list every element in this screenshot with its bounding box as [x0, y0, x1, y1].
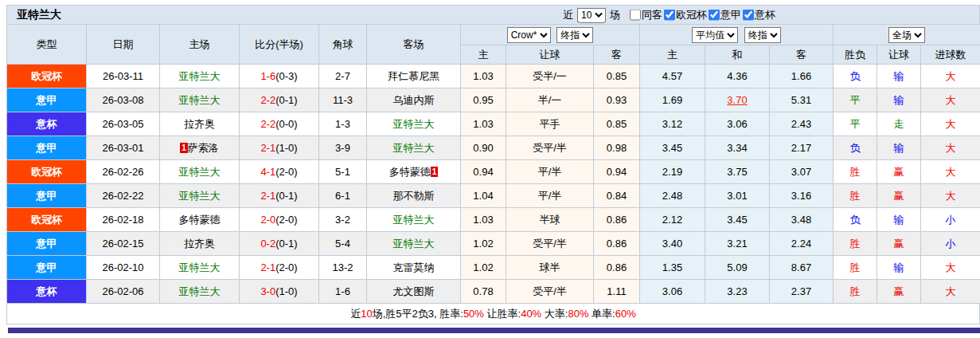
asia-away-odds-cell: 0.94	[594, 160, 640, 184]
result-goals-cell: 大	[921, 184, 980, 208]
asia-home-odds-cell: 1.03	[461, 112, 506, 136]
col-result-goals: 进球数	[921, 45, 980, 65]
team-name: 亚特兰大	[179, 190, 221, 202]
odds-value: 8.67	[791, 261, 811, 273]
filter-欧冠杯[interactable]: 欧冠杯	[664, 8, 707, 22]
euro-home-odds-cell: 3.06	[640, 280, 705, 304]
odds-value: 3.48	[791, 214, 811, 226]
filter-checkbox-意杯[interactable]	[743, 10, 754, 21]
score-cell: 0-2(0-1)	[240, 232, 319, 256]
summary-footer: 近10场,胜5平2负3, 胜率:50% 让胜率:40% 大率:80% 单率:60…	[6, 304, 980, 324]
euro-draw-odds-cell: 3.21	[705, 232, 770, 256]
score-cell: 2-2(0-0)	[240, 112, 319, 136]
asia-handicap-cell: 受半/一	[506, 65, 594, 88]
card-badge: 1	[180, 143, 188, 153]
team-name: 尤文图斯	[393, 285, 435, 297]
fulltime-score: 2-2	[260, 118, 275, 130]
asia-odds-source-select[interactable]: Crow*	[507, 27, 551, 43]
result-value: 大	[946, 261, 956, 273]
match-row: 意杯26-02-06亚特兰大3-0(1-0)1-6尤文图斯0.78受平/半1.1…	[7, 280, 980, 304]
result-value: 大	[946, 190, 956, 202]
odds-value: 2.19	[662, 166, 682, 178]
result-value: 走	[894, 118, 904, 130]
team-name: 亚特兰大	[393, 214, 435, 226]
away-team-cell: 多特蒙德1	[367, 160, 461, 184]
odds-value: 3.45	[662, 142, 682, 154]
team-name: 亚特兰大	[179, 166, 221, 178]
halftime-score: (0-0)	[275, 118, 297, 130]
recent-count-select[interactable]: 10	[577, 7, 606, 22]
odds-value: 1.66	[791, 70, 811, 82]
euro-away-odds-cell: 5.31	[770, 88, 834, 112]
team-name: 多特蒙德	[179, 214, 221, 226]
filter-label: 同客	[642, 8, 662, 22]
euro-home-odds-cell: 3.40	[640, 232, 705, 256]
fulltime-score: 1-6	[260, 70, 275, 82]
result-wdl-cell: 胜	[834, 160, 877, 184]
result-value: 小	[946, 214, 956, 226]
fulltime-score: 2-1	[260, 261, 275, 273]
asia-home-odds-cell: 0.94	[461, 160, 506, 184]
score-cell: 4-1(2-0)	[240, 160, 319, 184]
result-goals-cell: 大	[921, 160, 980, 184]
result-wdl-cell: 胜	[834, 280, 877, 304]
page: 亚特兰大 近 10 场 同客欧冠杯意甲意杯 类型 日期 主场 比分(半场) 角	[0, 0, 980, 338]
filter-checkbox-欧冠杯[interactable]	[664, 10, 675, 21]
euro-home-odds-cell: 1.69	[640, 88, 705, 112]
result-wdl-cell: 负	[834, 208, 877, 232]
euro-away-odds-cell: 3.16	[770, 184, 834, 208]
euro-away-odds-cell: 2.24	[770, 232, 834, 256]
away-team-cell: 亚特兰大	[367, 136, 461, 160]
team-header-bar: 亚特兰大 近 10 场 同客欧冠杯意甲意杯	[6, 5, 980, 24]
europe-odds-source-select[interactable]: 平均值	[692, 27, 738, 43]
filter-label: 意甲	[720, 8, 741, 22]
europe-odds-stage-select[interactable]: 终指	[744, 27, 781, 43]
filter-意杯[interactable]: 意杯	[743, 8, 775, 22]
filter-checkbox-同客[interactable]	[630, 10, 641, 21]
odds-value: 4.36	[727, 70, 747, 82]
league-filter-checkboxes: 同客欧冠杯意甲意杯	[630, 8, 777, 22]
euro-home-odds-cell: 2.12	[640, 208, 705, 232]
corner-cell: 3-2	[319, 208, 367, 232]
away-team-cell: 亚特兰大	[367, 232, 461, 256]
score-cell: 2-2(0-1)	[240, 88, 319, 112]
score-cell: 3-0(1-0)	[240, 280, 319, 304]
odds-value: 3.06	[662, 285, 682, 297]
result-scope-select[interactable]: 全场	[888, 27, 925, 43]
odds-value: 1.69	[662, 94, 682, 106]
result-value: 负	[850, 142, 861, 154]
euro-draw-odds-cell: 3.01	[705, 184, 770, 208]
team-name: 亚特兰大	[393, 142, 435, 154]
euro-home-odds-cell: 3.45	[640, 136, 705, 160]
filter-意甲[interactable]: 意甲	[709, 8, 741, 22]
col-away: 客场	[367, 25, 461, 65]
asia-away-odds-cell: 0.93	[594, 88, 640, 112]
summary-segment: 40%	[521, 308, 541, 320]
halftime-score: (0-1)	[275, 190, 297, 202]
filter-同客[interactable]: 同客	[630, 8, 662, 22]
euro-away-odds-cell: 3.48	[770, 208, 834, 232]
asia-odds-stage-select[interactable]: 终指	[556, 27, 593, 43]
match-row: 意杯26-03-05拉齐奥2-2(0-0)1-3亚特兰大1.03平手0.853.…	[7, 112, 980, 136]
col-asia-home: 主	[461, 45, 506, 65]
odds-value: 3.01	[727, 190, 747, 202]
result-value: 赢	[894, 166, 904, 178]
result-value: 赢	[894, 285, 904, 297]
filter-label: 意杯	[755, 8, 775, 22]
result-handicap-cell: 输	[877, 136, 921, 160]
filter-checkbox-意甲[interactable]	[709, 10, 720, 21]
odds-value: 3.07	[791, 166, 811, 178]
odds-value: 1.35	[662, 261, 682, 273]
halftime-score: (2-0)	[275, 261, 297, 273]
score-cell: 2-1(1-0)	[240, 136, 319, 160]
score-cell: 2-1(0-1)	[240, 184, 319, 208]
asia-handicap-cell: 半/一	[506, 88, 594, 112]
result-value: 输	[894, 261, 904, 273]
euro-draw-odds-cell: 5.09	[705, 256, 770, 280]
match-row: 欧冠杯26-03-11亚特兰大1-6(0-3)2-7拜仁慕尼黑1.03受半/一0…	[7, 65, 980, 88]
halftime-score: (0-1)	[275, 238, 297, 250]
match-row: 欧冠杯26-02-18多特蒙德2-0(2-0)3-2亚特兰大1.03半球0.86…	[7, 208, 980, 232]
league-type-cell: 意甲	[7, 256, 87, 280]
date-cell: 26-02-22	[87, 184, 160, 208]
col-date: 日期	[87, 25, 160, 65]
